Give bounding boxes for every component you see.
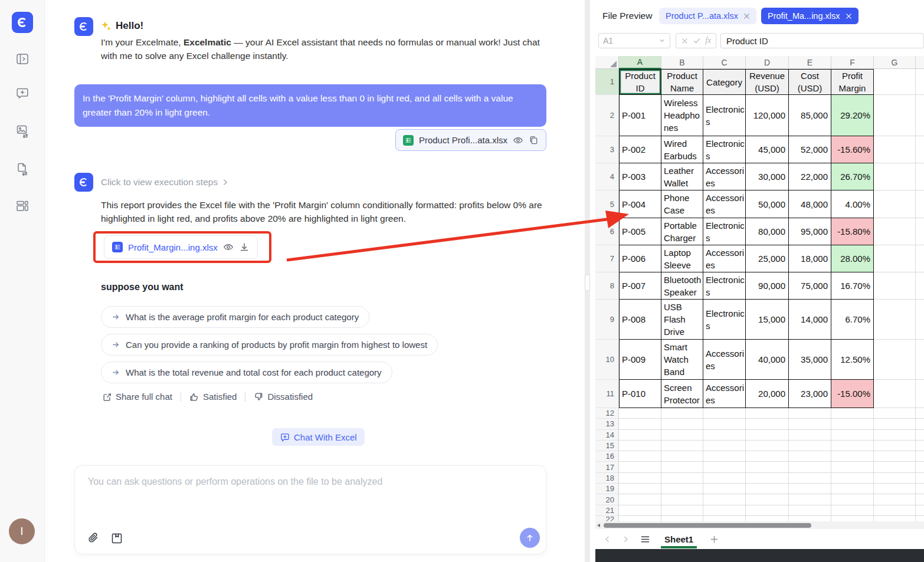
satisfied-button[interactable]: Satisfied xyxy=(189,392,237,402)
cell[interactable]: 29.20% xyxy=(831,95,874,136)
cell[interactable] xyxy=(746,516,789,521)
cell[interactable] xyxy=(619,451,661,462)
cell[interactable] xyxy=(874,484,916,494)
cell[interactable]: 30,000 xyxy=(746,163,789,190)
execution-steps-link[interactable]: Click to view execution steps xyxy=(101,177,230,188)
preview-tab-product-data[interactable]: Product P...ata.xlsx xyxy=(659,8,756,24)
cell[interactable] xyxy=(703,430,746,441)
workspace-icon[interactable] xyxy=(15,199,30,213)
cell[interactable] xyxy=(661,484,703,494)
row-number[interactable]: 22 xyxy=(595,516,619,521)
add-sheet-icon[interactable] xyxy=(710,535,719,544)
file-convert-icon[interactable] xyxy=(15,162,30,176)
cell[interactable] xyxy=(874,95,916,136)
header-cell[interactable]: Revenue (USD) xyxy=(746,69,789,95)
cell[interactable]: Electronics xyxy=(703,136,746,163)
cell[interactable]: 80,000 xyxy=(746,218,789,245)
close-icon[interactable] xyxy=(743,13,750,19)
row-number[interactable]: 20 xyxy=(595,494,619,505)
attach-file-icon[interactable] xyxy=(87,532,100,545)
cell[interactable] xyxy=(746,430,789,441)
download-file-icon[interactable] xyxy=(239,242,250,252)
cell[interactable]: P-009 xyxy=(619,340,661,380)
select-all-corner[interactable] xyxy=(595,56,619,69)
cell[interactable]: P-002 xyxy=(619,136,661,163)
cell[interactable] xyxy=(831,408,874,419)
cell[interactable]: Accessories xyxy=(703,245,746,272)
formula-input[interactable]: Product ID xyxy=(720,33,924,48)
column-header-E[interactable]: E xyxy=(789,56,831,69)
cell[interactable] xyxy=(789,516,831,521)
column-header-A[interactable]: A xyxy=(619,56,661,69)
cell[interactable]: 120,000 xyxy=(746,95,789,136)
cell[interactable]: 75,000 xyxy=(789,272,831,300)
cell[interactable]: 35,000 xyxy=(789,340,831,380)
excelmatic-logo[interactable] xyxy=(12,12,33,33)
suggestion-pill[interactable]: Can you provide a ranking of products by… xyxy=(101,334,438,356)
cell[interactable] xyxy=(661,408,703,419)
cell[interactable] xyxy=(746,505,789,516)
cell[interactable] xyxy=(874,494,916,505)
column-header-C[interactable]: C xyxy=(703,56,746,69)
suggestion-pill[interactable]: What is the total revenue and total cost… xyxy=(101,361,392,383)
row-number[interactable]: 15 xyxy=(595,441,619,451)
cell[interactable]: 14,000 xyxy=(789,300,831,340)
cell[interactable] xyxy=(746,419,789,429)
cell[interactable] xyxy=(789,408,831,419)
row-number[interactable]: 1 xyxy=(595,69,619,95)
cell[interactable] xyxy=(831,505,874,516)
chat-scrollbar[interactable] xyxy=(585,0,590,562)
cell[interactable] xyxy=(661,441,703,451)
dissatisfied-button[interactable]: Dissatisfied xyxy=(254,392,313,402)
cell[interactable] xyxy=(789,484,831,494)
cell[interactable] xyxy=(661,516,703,521)
cell[interactable] xyxy=(746,408,789,419)
cell[interactable] xyxy=(831,441,874,451)
cell[interactable]: Smart Watch Band xyxy=(661,340,703,380)
cell[interactable] xyxy=(874,408,916,419)
cell[interactable] xyxy=(746,494,789,505)
cell[interactable]: 40,000 xyxy=(746,340,789,380)
cell[interactable] xyxy=(661,430,703,441)
cell[interactable]: P-005 xyxy=(619,218,661,245)
cell[interactable] xyxy=(789,430,831,441)
cell[interactable]: Portable Charger xyxy=(661,218,703,245)
cell[interactable] xyxy=(619,408,661,419)
scroll-left-icon[interactable] xyxy=(597,524,600,527)
row-number[interactable]: 17 xyxy=(595,462,619,472)
cell[interactable]: Wired Earbuds xyxy=(661,136,703,163)
cell[interactable]: 26.70% xyxy=(831,163,874,190)
cell[interactable] xyxy=(831,419,874,429)
cell[interactable]: 12.50% xyxy=(831,340,874,380)
cell[interactable] xyxy=(619,473,661,484)
prev-sheet-icon[interactable] xyxy=(604,535,611,543)
cell[interactable]: P-003 xyxy=(619,163,661,190)
cell[interactable] xyxy=(874,190,916,218)
cell[interactable] xyxy=(789,441,831,451)
sheet-horizontal-scrollbar[interactable] xyxy=(595,521,924,529)
cell[interactable]: Screen Protector xyxy=(661,380,703,408)
row-number[interactable]: 11 xyxy=(595,380,619,408)
column-header-B[interactable]: B xyxy=(661,56,703,69)
cell[interactable]: 15,000 xyxy=(746,300,789,340)
cell[interactable] xyxy=(746,441,789,451)
cell[interactable] xyxy=(874,380,916,408)
cell[interactable] xyxy=(619,441,661,451)
view-file-icon[interactable] xyxy=(513,135,523,146)
cell[interactable]: 18,000 xyxy=(789,245,831,272)
cell[interactable]: 45,000 xyxy=(746,136,789,163)
cell[interactable]: 50,000 xyxy=(746,190,789,218)
cell[interactable]: Laptop Sleeve xyxy=(661,245,703,272)
cell[interactable] xyxy=(703,516,746,521)
cell[interactable] xyxy=(874,136,916,163)
cell[interactable] xyxy=(831,484,874,494)
cell[interactable]: Accessories xyxy=(703,380,746,408)
row-number[interactable]: 19 xyxy=(595,484,619,494)
cell[interactable] xyxy=(661,473,703,484)
sheet-tab-sheet1[interactable]: Sheet1 xyxy=(661,529,697,549)
cell[interactable]: 48,000 xyxy=(789,190,831,218)
cell[interactable] xyxy=(746,462,789,472)
cell[interactable]: Bluetooth Speaker xyxy=(661,272,703,300)
cell[interactable] xyxy=(789,462,831,472)
cell[interactable]: 22,000 xyxy=(789,163,831,190)
